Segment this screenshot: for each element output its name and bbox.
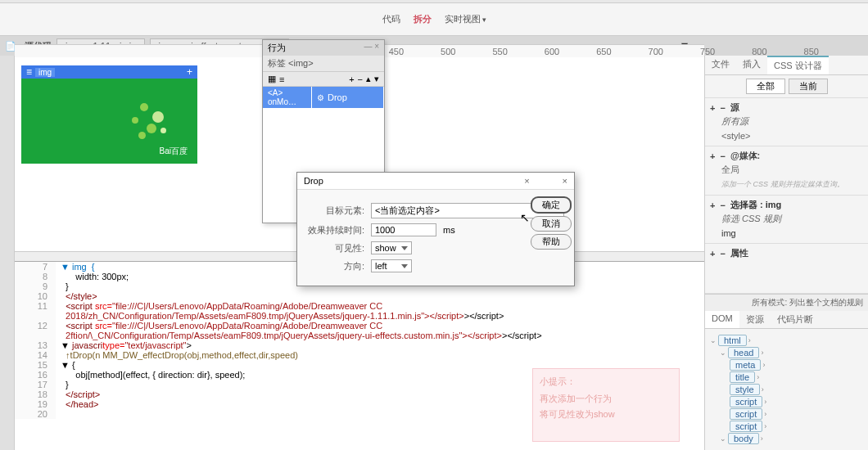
selector-filter[interactable]: 筛选 CSS 规则	[710, 211, 863, 227]
add-behavior-icon[interactable]: +	[349, 74, 354, 84]
left-tool-strip	[0, 56, 15, 450]
selector-img[interactable]: img	[710, 227, 863, 240]
dialog-close-icon[interactable]: ×	[563, 176, 567, 186]
remove-media-icon[interactable]: −	[720, 151, 725, 161]
view-live-tab[interactable]: 实时视图▾	[445, 13, 486, 25]
element-tag-label: img	[35, 68, 55, 77]
dialog-buttons: 确定 取消 帮助	[531, 196, 572, 250]
dom-node-script[interactable]: script›	[730, 421, 863, 432]
chevron-down-icon	[401, 246, 408, 250]
tab-files[interactable]: 文件	[705, 56, 736, 74]
css-mode-footer: 所有模式: 列出整个文档的规则	[705, 295, 868, 311]
behavior-row[interactable]: <A> onMo… ⚙Drop	[263, 87, 384, 108]
visibility-label: 可见性:	[307, 242, 364, 254]
sources-header: 源	[730, 101, 739, 114]
add-media-icon[interactable]: +	[710, 151, 715, 161]
plus-icon[interactable]: +	[187, 66, 192, 78]
help-button[interactable]: 帮助	[531, 234, 572, 250]
remove-property-icon[interactable]: −	[720, 249, 725, 259]
code-view[interactable]: 7▼ img {8 width: 300px;9 }10 </style>11 …	[15, 262, 704, 450]
behaviors-tag-label: 标签 <img>	[263, 56, 384, 71]
add-property-icon[interactable]: +	[710, 249, 715, 259]
css-all-pill[interactable]: 全部	[746, 79, 785, 94]
remove-source-icon[interactable]: −	[720, 103, 725, 113]
ms-label: ms	[443, 225, 455, 235]
dialog-close-inner-icon[interactable]: ×	[524, 176, 529, 186]
tab-dom[interactable]: DOM	[705, 311, 739, 328]
target-label: 目标元素:	[307, 205, 364, 217]
tab-insert[interactable]: 插入	[736, 56, 767, 74]
dom-node-head[interactable]: ⌄head›	[720, 347, 863, 358]
remove-selector-icon[interactable]: −	[720, 200, 725, 210]
behaviors-title: 行为	[268, 42, 286, 54]
selectors-header: 选择器 : img	[730, 199, 781, 211]
behavior-action[interactable]: ⚙Drop	[312, 87, 384, 108]
move-down-icon[interactable]: ▾	[374, 74, 379, 84]
view-split-tab[interactable]: 拆分	[414, 13, 432, 25]
properties-header: 属性	[730, 247, 748, 259]
media-global[interactable]: 全局	[710, 162, 863, 178]
duration-input[interactable]	[371, 223, 436, 236]
direction-select[interactable]: left	[371, 259, 412, 272]
tab-css-designer[interactable]: CSS 设计器	[767, 56, 829, 74]
source-style[interactable]: <style>	[710, 129, 863, 142]
element-selector-bar[interactable]: ≡ img +	[21, 65, 197, 79]
duration-label: 效果持续时间:	[307, 224, 364, 236]
detail-view-icon[interactable]: ≡	[279, 74, 284, 84]
media-hint: 添加一个 CSS 规则并指定媒体查询。	[710, 178, 863, 191]
dialog-title: Drop	[304, 176, 323, 186]
list-view-icon[interactable]: ▦	[268, 74, 276, 84]
hint-tooltip: 小提示： 再次添加一个行为 将可见性改为show	[532, 368, 680, 442]
dom-node-meta[interactable]: meta›	[730, 359, 863, 371]
cursor-icon: ↖	[520, 211, 530, 224]
dom-node-body[interactable]: ⌄body›	[720, 433, 863, 444]
remove-behavior-icon[interactable]: −	[358, 74, 363, 84]
image-content: Bai百度	[21, 79, 197, 164]
tab-snippets[interactable]: 代码片断	[771, 311, 820, 328]
hamburger-icon[interactable]: ≡	[26, 66, 32, 78]
baidu-logo-text: Bai百度	[160, 146, 188, 157]
direction-label: 方向:	[307, 260, 364, 272]
panel-min-icon[interactable]: — ×	[364, 42, 379, 54]
dom-node-html[interactable]: ⌄html›	[710, 335, 863, 346]
right-panel-tabs: 文件 插入 CSS 设计器	[705, 56, 868, 75]
view-code-tab[interactable]: 代码	[382, 13, 400, 25]
dom-tree[interactable]: ⌄html›⌄head›meta›title›style›script›scri…	[705, 329, 868, 450]
ok-button[interactable]: 确定	[531, 196, 572, 214]
chevron-down-icon	[401, 264, 408, 268]
dom-node-script[interactable]: script›	[730, 408, 863, 420]
dom-node-script[interactable]: script›	[730, 396, 863, 407]
add-source-icon[interactable]: +	[710, 103, 715, 113]
dom-node-style[interactable]: style›	[730, 384, 863, 395]
tab-resources[interactable]: 资源	[739, 311, 771, 328]
dom-node-title[interactable]: title›	[730, 371, 863, 383]
source-all[interactable]: 所有源	[710, 114, 863, 129]
css-current-pill[interactable]: 当前	[789, 79, 828, 94]
gear-icon: ⚙	[317, 93, 324, 102]
visibility-select[interactable]: show	[371, 241, 412, 254]
media-header: @媒体:	[730, 150, 760, 162]
view-toolbar: 代码 拆分 实时视图▾	[0, 3, 868, 36]
cancel-button[interactable]: 取消	[531, 216, 572, 232]
selected-image[interactable]: ≡ img + Bai百度	[21, 65, 197, 164]
add-selector-icon[interactable]: +	[710, 200, 715, 210]
right-panel: 文件 插入 CSS 设计器 全部 当前 +−源 所有源 <style> +−@媒…	[704, 56, 868, 450]
behavior-event[interactable]: <A> onMo…	[263, 87, 312, 108]
behaviors-toolbar: ▦ ≡ + − ▴ ▾	[263, 71, 384, 87]
move-up-icon[interactable]: ▴	[366, 74, 371, 84]
